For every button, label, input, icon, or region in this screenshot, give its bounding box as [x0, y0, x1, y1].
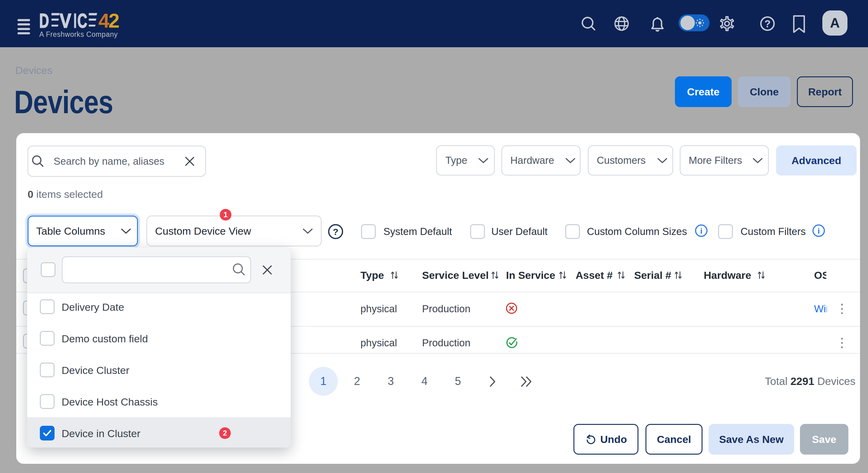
svg-text:i: i: [700, 226, 702, 236]
svg-text:4: 4: [98, 10, 110, 30]
svg-text:V: V: [60, 10, 71, 30]
svg-text:?: ?: [333, 227, 338, 237]
svg-text:i: i: [817, 226, 819, 236]
svg-text:I: I: [73, 10, 76, 30]
svg-text:2: 2: [108, 10, 120, 30]
svg-text:C: C: [77, 10, 87, 30]
svg-text:D: D: [39, 10, 49, 30]
svg-text:?: ?: [765, 18, 771, 29]
